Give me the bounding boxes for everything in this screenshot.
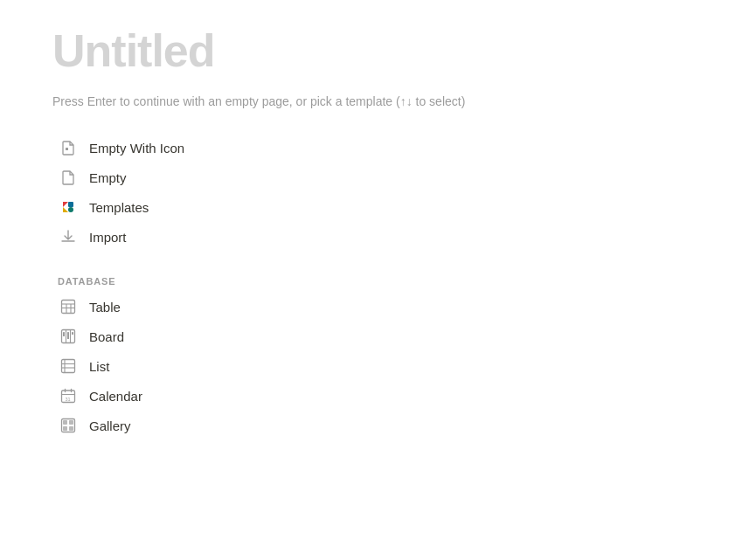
menu-item-label: Empty — [89, 170, 127, 185]
menu-item-board[interactable]: Board — [52, 321, 697, 351]
gallery-icon — [58, 415, 79, 436]
svg-text:31: 31 — [65, 397, 70, 402]
menu-item-list[interactable]: List — [52, 351, 697, 381]
svg-rect-26 — [69, 420, 73, 425]
menu-item-empty[interactable]: Empty — [52, 162, 697, 192]
menu-item-label: Table — [89, 300, 121, 315]
list-icon — [58, 356, 79, 377]
menu-item-label: List — [89, 359, 109, 374]
menu-item-table[interactable]: Table — [52, 292, 697, 321]
menu-item-label: Gallery — [89, 418, 131, 433]
import-icon — [58, 226, 79, 247]
svg-rect-15 — [62, 360, 75, 373]
svg-rect-13 — [67, 332, 69, 339]
calendar-icon: 31 — [58, 385, 79, 406]
menu-item-label: Templates — [89, 200, 149, 215]
page-title: Untitled — [52, 24, 697, 77]
svg-rect-2 — [68, 202, 73, 207]
svg-point-1 — [60, 199, 76, 215]
menu-item-label: Import — [89, 230, 127, 245]
menu-item-empty-with-icon[interactable]: Empty With Icon — [52, 133, 697, 162]
menu-item-label: Board — [89, 329, 124, 344]
database-menu-list: Table Board List — [52, 292, 697, 440]
svg-rect-0 — [66, 148, 68, 150]
database-section-label: DATABASE — [52, 276, 697, 287]
table-icon — [58, 296, 79, 317]
svg-rect-12 — [63, 332, 65, 336]
svg-rect-14 — [72, 332, 73, 335]
svg-point-3 — [68, 207, 73, 212]
templates-icon — [58, 197, 79, 218]
svg-rect-28 — [69, 426, 73, 431]
menu-item-gallery[interactable]: Gallery — [52, 411, 697, 440]
svg-rect-27 — [63, 426, 67, 431]
doc-plain-icon — [58, 167, 79, 188]
menu-item-calendar[interactable]: 31 Calendar — [52, 381, 697, 411]
main-menu-list: Empty With Icon Empty — [52, 133, 697, 252]
menu-item-import[interactable]: Import — [52, 222, 697, 252]
menu-item-label: Empty With Icon — [89, 141, 184, 156]
subtitle-text: Press Enter to continue with an empty pa… — [52, 94, 697, 108]
menu-item-label: Calendar — [89, 389, 142, 404]
doc-icon — [58, 137, 79, 158]
svg-rect-4 — [62, 301, 75, 314]
svg-rect-25 — [63, 420, 67, 425]
menu-item-templates[interactable]: Templates — [52, 192, 697, 222]
board-icon — [58, 326, 79, 347]
